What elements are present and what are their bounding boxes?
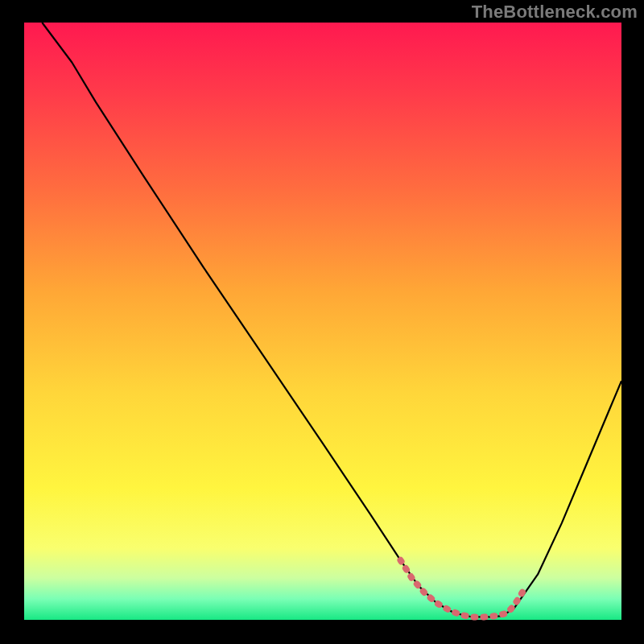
- chart-frame: TheBottleneck.com: [0, 0, 644, 644]
- chart-svg: [0, 0, 644, 644]
- watermark-text: TheBottleneck.com: [472, 2, 638, 23]
- plot-background: [24, 23, 621, 620]
